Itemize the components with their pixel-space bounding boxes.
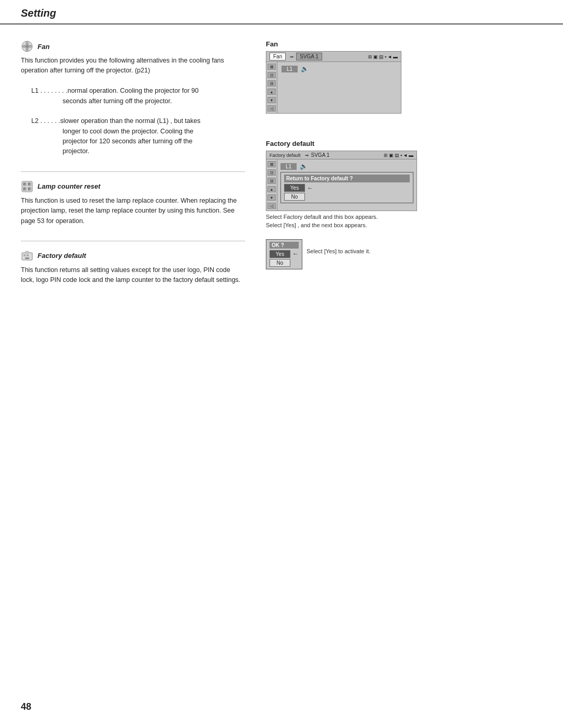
dialog1-no-btn[interactable]: No bbox=[284, 193, 305, 201]
factory-heading: Factory default bbox=[21, 250, 245, 262]
fan-heading: Fan bbox=[21, 40, 245, 53]
factory-caption1: Select Factory default and this box appe… bbox=[266, 213, 386, 230]
ficon-img: ▣ bbox=[389, 153, 394, 158]
lamp-counter-icon: 0 0 0 0 bbox=[21, 180, 33, 193]
svg-rect-16 bbox=[23, 254, 26, 256]
page-number: 48 bbox=[21, 701, 31, 712]
sidebar-icon-5: ▾ bbox=[267, 97, 276, 103]
ok-dialog-row: OK ? Yes ← No Select [Yes] to activate i… bbox=[266, 235, 542, 269]
fan-description: This function provides you the following… bbox=[21, 57, 224, 74]
factory-arrow-icon: ➡ bbox=[305, 153, 309, 158]
svg-rect-19 bbox=[26, 251, 29, 253]
fan-l1-label: L1 . . . . . . . .normal operation. Cool… bbox=[21, 86, 245, 96]
factory-main-content: L1 🔈 Return to Factory default ? Yes ← N… bbox=[277, 159, 417, 211]
factory-caption2: Select [Yes] to activate it. bbox=[307, 237, 371, 256]
sidebar-icon-1: ⊠ bbox=[267, 64, 276, 70]
fsidebar-icon-4: ▴ bbox=[267, 186, 276, 192]
factory-default-icon bbox=[21, 250, 33, 262]
fan-main-content: L1 🔈 bbox=[277, 62, 401, 114]
fan-l1-cont: seconds after turning off the projector. bbox=[21, 96, 245, 106]
svg-rect-17 bbox=[27, 254, 29, 256]
sidebar-icon-3: ⊟ bbox=[267, 80, 276, 87]
fan-ui-label: Fan bbox=[266, 40, 542, 48]
fan-menu-icons: ⊞ ▣ ▤ ▪ ◄ ▬ bbox=[368, 54, 398, 59]
dialog2-no-btn[interactable]: No bbox=[270, 259, 290, 267]
factory-sidebar: ⊠ ⊡ ⊟ ▴ ▾ ◁ bbox=[266, 159, 277, 211]
fan-icon bbox=[21, 40, 33, 53]
factory-default-section: Factory default This function returns al… bbox=[21, 250, 245, 286]
svg-text:0: 0 bbox=[23, 182, 25, 186]
page-title: Setting bbox=[21, 7, 56, 19]
ficon-layout: ▤ bbox=[395, 153, 399, 158]
dialog1-buttons: Yes ← No bbox=[284, 184, 410, 201]
fan-section: Fan This function provides you the follo… bbox=[21, 40, 245, 157]
fan-menu-item: Fan bbox=[270, 53, 286, 60]
fan-menu-bar: Fan ➡ SVGA 1 ⊞ ▣ ▤ ▪ ◄ ▬ bbox=[266, 51, 401, 62]
fan-l2-cont1: longer to cool down the projector. Cooli… bbox=[21, 127, 245, 137]
spacer bbox=[266, 124, 542, 140]
dialog1-yes-btn[interactable]: Yes bbox=[284, 184, 305, 192]
lamp-heading-text: Lamp counter reset bbox=[38, 182, 101, 190]
divider-1 bbox=[21, 171, 245, 172]
fan-l1-row: L1 🔈 bbox=[282, 64, 397, 73]
factory-speaker-icon: 🔈 bbox=[300, 163, 308, 170]
ficon-sound: ◄ bbox=[403, 153, 408, 158]
speaker-icon: 🔈 bbox=[301, 65, 309, 72]
fan-sidebar: ⊠ ⊡ ⊟ ▴ ▾ ◁ bbox=[266, 62, 277, 114]
factory-l1-row: L1 🔈 bbox=[280, 162, 413, 171]
dialog2-yes-btn[interactable]: Yes bbox=[270, 250, 290, 258]
icon-img: ▣ bbox=[373, 54, 378, 59]
sidebar-icon-2: ⊡ bbox=[267, 72, 276, 78]
divider-2 bbox=[21, 241, 245, 241]
factory-menu-icons: ⊞ ▣ ▤ ▪ ◄ ▬ bbox=[384, 153, 413, 158]
dialog2-title: OK ? bbox=[270, 242, 299, 249]
svg-text:0: 0 bbox=[28, 187, 30, 190]
page-footer: 48 bbox=[21, 701, 31, 712]
icon-bar: ▬ bbox=[393, 54, 398, 59]
sidebar-icon-4: ▴ bbox=[267, 89, 276, 95]
fsidebar-icon-6: ◁ bbox=[267, 203, 276, 209]
dialog1-arrow: ← bbox=[307, 184, 313, 192]
factory-menu-bar: Factory default ➡ SVGA 1 ⊞ ▣ ▤ ▪ ◄ ▬ bbox=[266, 151, 417, 159]
factory-heading-text: Factory default bbox=[38, 252, 86, 260]
ficon-grid: ⊞ bbox=[384, 153, 388, 158]
fan-selected-l1: L1 bbox=[282, 66, 298, 72]
factory-ui-label: Factory default bbox=[266, 140, 542, 147]
fan-ui-body: ⊠ ⊡ ⊟ ▴ ▾ ◁ L1 🔈 bbox=[266, 62, 401, 114]
svg-text:0: 0 bbox=[23, 187, 25, 190]
lamp-body: This function is used to reset the lamp … bbox=[21, 196, 245, 226]
fan-l2-label: L2 . . . . . .slower operation than the … bbox=[21, 116, 245, 126]
dialog1-title: Return to Factory default ? bbox=[284, 175, 410, 182]
factory-description: This function returns all setting values… bbox=[21, 266, 240, 283]
dialog2-buttons: Yes ← No bbox=[270, 250, 299, 267]
fan-l2-cont2: projector for 120 seconds after turning … bbox=[21, 137, 245, 146]
icon-grid: ⊞ bbox=[368, 54, 372, 59]
ficon-window: ▪ bbox=[400, 153, 402, 158]
page-header: Setting bbox=[0, 0, 563, 24]
fan-svga-item: SVGA 1 bbox=[296, 53, 322, 60]
right-column: Fan Fan ➡ SVGA 1 ⊞ ▣ ▤ ▪ ◄ ▬ ⊠ bbox=[261, 40, 542, 300]
ficon-bar: ▬ bbox=[409, 153, 413, 158]
icon-layout: ▤ bbox=[379, 54, 384, 59]
fsidebar-icon-5: ▾ bbox=[267, 194, 276, 201]
lamp-counter-section: 0 0 0 0 Lamp counter reset This function… bbox=[21, 180, 245, 226]
svg-text:0: 0 bbox=[28, 182, 30, 186]
fsidebar-icon-3: ⊟ bbox=[267, 178, 276, 184]
fan-ui-section: Fan Fan ➡ SVGA 1 ⊞ ▣ ▤ ▪ ◄ ▬ ⊠ bbox=[266, 40, 542, 114]
fsidebar-icon-2: ⊡ bbox=[267, 169, 276, 176]
fan-arrow-icon: ➡ bbox=[290, 54, 294, 59]
fsidebar-icon-1: ⊠ bbox=[267, 161, 276, 167]
svg-point-5 bbox=[26, 45, 29, 48]
factory-menu-item: Factory default bbox=[270, 153, 301, 158]
content-area: Fan This function provides you the follo… bbox=[0, 24, 563, 300]
factory-selected-l1: L1 bbox=[280, 163, 297, 170]
dialog2-arrow: ← bbox=[292, 250, 299, 257]
lamp-description: This function is used to reset the lamp … bbox=[21, 197, 237, 225]
left-column: Fan This function provides you the follo… bbox=[21, 40, 245, 300]
sidebar-icon-6: ◁ bbox=[267, 105, 276, 112]
factory-ui-body: ⊠ ⊡ ⊟ ▴ ▾ ◁ L1 🔈 Return to Factory defau bbox=[266, 159, 417, 211]
factory-svga-item: SVGA 1 bbox=[311, 152, 330, 158]
fan-body: This function provides you the following… bbox=[21, 56, 245, 157]
return-factory-dialog: Return to Factory default ? Yes ← No bbox=[280, 172, 413, 203]
icon-window: ▪ bbox=[385, 54, 386, 59]
